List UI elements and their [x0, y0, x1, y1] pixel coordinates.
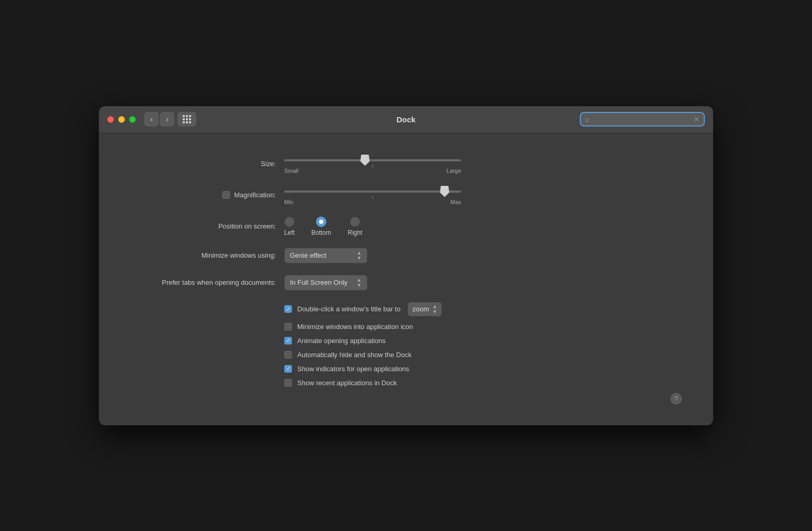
size-slider-thumb[interactable]: [360, 155, 370, 166]
magnification-slider-labels: Min Max: [284, 199, 461, 205]
magnification-slider-wrapper: [284, 185, 461, 198]
size-max-label: Large: [447, 168, 461, 174]
auto-hide-label: Automatically hide and show the Dock: [297, 351, 412, 359]
minimize-windows-row: Minimize windows using: Genie effect ▲ ▼: [130, 248, 682, 263]
position-left-label: Left: [284, 229, 295, 236]
magnification-tick: [373, 196, 373, 199]
maximize-button[interactable]: [129, 116, 136, 123]
size-row: Size: Small Large: [130, 154, 682, 174]
back-button[interactable]: ‹: [144, 112, 159, 127]
animate-opening-label: Animate opening applications: [297, 337, 386, 345]
position-row: Position on screen: Left Bottom Right: [130, 217, 682, 236]
prefer-tabs-dropdown[interactable]: In Full Screen Only ▲ ▼: [284, 275, 367, 290]
size-min-label: Small: [284, 168, 299, 174]
preferences-window: ‹ › Dock ⌕ ✕ Size:: [99, 106, 713, 425]
minimize-windows-dropdown[interactable]: Genie effect ▲ ▼: [284, 248, 367, 263]
minimize-into-icon-row: Minimize windows into application icon: [284, 323, 682, 331]
position-options: Left Bottom Right: [284, 217, 362, 236]
help-button[interactable]: ?: [670, 393, 682, 404]
window-title: Dock: [397, 115, 416, 124]
double-click-action-value: zoom: [412, 305, 429, 313]
position-right-radio[interactable]: [350, 217, 360, 227]
minimize-button[interactable]: [118, 116, 125, 123]
minimize-windows-label: Minimize windows using:: [130, 251, 276, 259]
double-click-checkbox[interactable]: ✓: [284, 305, 292, 313]
show-indicators-label: Show indicators for open applications: [297, 365, 409, 373]
traffic-lights: [107, 116, 136, 123]
size-tick: [373, 165, 373, 168]
position-left[interactable]: Left: [284, 217, 295, 236]
position-right-label: Right: [348, 229, 362, 236]
close-button[interactable]: [107, 116, 114, 123]
prefer-tabs-value: In Full Screen Only: [290, 279, 352, 286]
animate-opening-checkbox[interactable]: ✓: [284, 337, 292, 345]
position-left-radio[interactable]: [284, 217, 295, 227]
auto-hide-checkbox[interactable]: [284, 351, 292, 359]
bottom-row: ?: [130, 389, 682, 404]
position-bottom-radio[interactable]: [316, 217, 326, 227]
size-slider-labels: Small Large: [284, 168, 461, 174]
position-bottom-label: Bottom: [311, 229, 331, 236]
auto-hide-row: Automatically hide and show the Dock: [284, 351, 682, 359]
size-label: Size:: [130, 160, 276, 168]
size-slider-wrapper: [284, 154, 461, 167]
magnification-slider-container: Min Max: [284, 185, 461, 205]
position-bottom[interactable]: Bottom: [311, 217, 331, 236]
show-recent-checkbox[interactable]: [284, 379, 292, 387]
search-input[interactable]: [592, 116, 690, 123]
grid-icon: [183, 115, 191, 123]
magnification-row: Magnification: Min Max: [130, 185, 682, 205]
prefer-tabs-row: Prefer tabs when opening documents: In F…: [130, 275, 682, 290]
magnification-slider-thumb[interactable]: [440, 186, 449, 197]
show-indicators-check-icon: ✓: [286, 366, 290, 371]
minimize-into-icon-checkbox[interactable]: [284, 323, 292, 331]
magnification-max-label: Max: [450, 199, 461, 205]
magnification-min-label: Min: [284, 199, 294, 205]
grid-view-button[interactable]: [177, 112, 196, 127]
show-indicators-checkbox[interactable]: ✓: [284, 365, 292, 373]
titlebar: ‹ › Dock ⌕ ✕: [99, 106, 713, 133]
size-slider-container: Small Large: [284, 154, 461, 174]
minimize-windows-value: Genie effect: [290, 251, 352, 259]
double-click-row: ✓ Double-click a window’s title bar to z…: [284, 302, 682, 317]
nav-buttons: ‹ ›: [144, 112, 196, 127]
position-label: Position on screen:: [130, 222, 276, 230]
double-click-label: Double-click a window’s title bar to: [297, 305, 400, 313]
search-icon: ⌕: [585, 115, 589, 123]
show-indicators-row: ✓ Show indicators for open applications: [284, 365, 682, 373]
content-area: Size: Small Large Magnification:: [99, 133, 713, 425]
size-slider-track: [284, 159, 461, 161]
magnification-checkbox[interactable]: [222, 191, 230, 199]
minimize-into-icon-label: Minimize windows into application icon: [297, 323, 413, 331]
double-click-action-dropdown[interactable]: zoom ▲ ▼: [408, 302, 442, 317]
magnification-slider-track: [284, 191, 461, 193]
double-click-check-icon: ✓: [286, 307, 290, 312]
minimize-windows-arrows: ▲ ▼: [357, 250, 362, 261]
search-box[interactable]: ⌕ ✕: [580, 112, 705, 127]
animate-opening-check-icon: ✓: [286, 338, 290, 343]
animate-opening-row: ✓ Animate opening applications: [284, 337, 682, 345]
position-bottom-radio-inner: [319, 220, 323, 224]
position-right[interactable]: Right: [348, 217, 362, 236]
double-click-action-arrows: ▲ ▼: [432, 304, 437, 314]
forward-button[interactable]: ›: [160, 112, 174, 127]
show-recent-row: Show recent applications in Dock: [284, 379, 682, 387]
magnification-label: Magnification:: [130, 191, 276, 199]
checkboxes-section: ✓ Double-click a window’s title bar to z…: [284, 302, 682, 387]
search-clear-button[interactable]: ✕: [693, 115, 700, 123]
prefer-tabs-arrows: ▲ ▼: [357, 277, 362, 288]
prefer-tabs-label: Prefer tabs when opening documents:: [130, 279, 276, 286]
show-recent-label: Show recent applications in Dock: [297, 379, 397, 387]
